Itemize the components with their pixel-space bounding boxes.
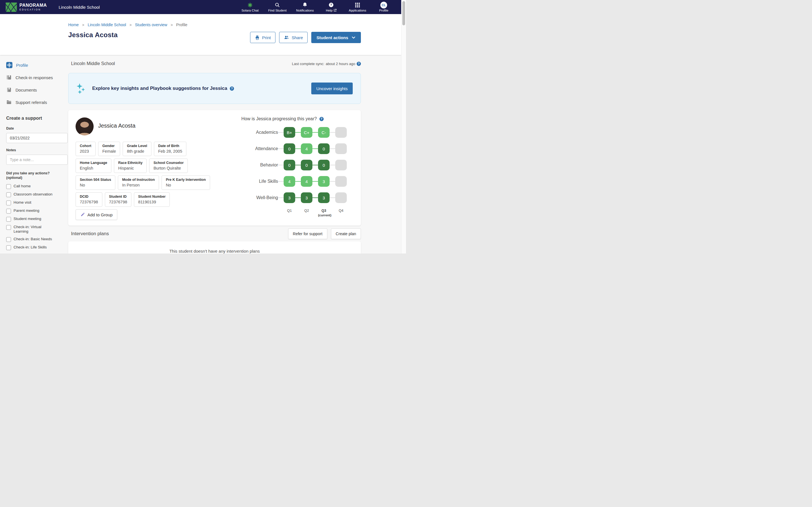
breadcrumb-item[interactable]: Home xyxy=(68,22,79,27)
app-root: PANORAMA EDUCATION Lincoln Middle School… xyxy=(0,0,406,253)
banner-help-icon[interactable]: ? xyxy=(230,87,234,91)
main-panel: Lincoln Middle School Last complete sync… xyxy=(68,55,361,253)
field-value: No xyxy=(80,183,111,187)
connector-line xyxy=(295,149,301,149)
field-value: Burton Quiralte xyxy=(153,166,184,170)
external-link-icon xyxy=(334,9,337,12)
panorama-wordmark: PANORAMA EDUCATION xyxy=(19,3,47,11)
checkbox-icon[interactable] xyxy=(6,225,11,230)
checkbox-label: Check-in: Virtual Learning xyxy=(13,225,57,234)
checkbox-icon[interactable] xyxy=(6,184,11,189)
progress-pill: C- xyxy=(318,127,329,138)
connector-line xyxy=(278,198,284,198)
breadcrumb-item[interactable]: Lincoln Middle School xyxy=(88,22,126,27)
checkbox-label: Classroom observation xyxy=(13,192,52,196)
topnav-item-find-student[interactable]: Find Student xyxy=(268,2,287,12)
progress-pill: 0 xyxy=(318,160,329,170)
current-quarter-suffix: (current) xyxy=(318,213,329,217)
checkbox-icon[interactable] xyxy=(6,245,11,250)
field-value: English xyxy=(80,166,107,170)
field-label: DCID xyxy=(80,194,98,199)
quarter-labels: Q1Q2Q3(current)Q4 xyxy=(284,209,357,217)
scrollbar-thumb[interactable] xyxy=(402,1,405,25)
action-checkbox-challenge-basic-needs[interactable]: Challenge: Basic Needs xyxy=(6,253,68,253)
checkbox-icon[interactable] xyxy=(6,237,11,242)
topbar-school-name: Lincoln Middle School xyxy=(59,5,100,10)
sync-label: Last complete sync: xyxy=(292,62,324,66)
checkbox-icon[interactable] xyxy=(6,217,11,222)
checkbox-icon[interactable] xyxy=(6,192,11,197)
sync-help-icon[interactable]: ? xyxy=(357,62,361,66)
topnav-item-profile[interactable]: CLProfile xyxy=(376,2,392,12)
print-button[interactable]: Print xyxy=(250,32,276,43)
action-checkbox-check-in-basic-needs[interactable]: Check-in: Basic Needs xyxy=(6,237,68,242)
progress-pill: 0 xyxy=(284,144,295,154)
create-plan-button[interactable]: Create plan xyxy=(331,228,361,239)
field-value: Hispanic xyxy=(118,166,142,170)
connector-line xyxy=(278,165,284,165)
sidebar-item-support-referrals[interactable]: Support referrals xyxy=(6,96,68,108)
field-school-counselor: School CounselorBurton Quiralte xyxy=(149,159,188,173)
progress-help-icon[interactable]: ? xyxy=(319,117,324,121)
connector-line xyxy=(329,165,335,165)
field-mode-of-instruction: Mode of InstructionIn Person xyxy=(118,175,159,190)
sidebar-item-check-in-responses[interactable]: Check-in responses xyxy=(6,71,68,83)
uncover-insights-button[interactable]: Uncover insights xyxy=(311,82,353,94)
field-dcid: DCID72376798 xyxy=(75,192,102,207)
field-student-id: Student ID72376798 xyxy=(105,192,132,207)
progress-row-life-skills: Life Skills443 xyxy=(241,176,357,187)
progress-row-label: Behavior xyxy=(241,163,278,168)
progress-pill: 4 xyxy=(284,176,295,187)
sidebar-item-label: Profile xyxy=(16,63,28,68)
grid-icon xyxy=(355,2,360,8)
checkbox-icon[interactable] xyxy=(6,209,11,214)
breadcrumb-item: Profile xyxy=(176,22,188,27)
connector-line xyxy=(312,132,318,133)
topnav-item-solara-chat[interactable]: Solara Chat xyxy=(241,2,259,12)
sync-value: about 2 hours ago xyxy=(326,62,355,66)
topnav-item-notifications[interactable]: Notifications xyxy=(296,2,314,12)
action-checkbox-check-in-life-skills[interactable]: Check-in: Life Skills xyxy=(6,245,68,250)
progress-pill: 0 xyxy=(284,160,295,170)
sidebar-item-profile[interactable]: Profile xyxy=(6,59,68,71)
topnav-item-help[interactable]: ?Help xyxy=(323,2,339,12)
progress-pill: 0 xyxy=(301,160,312,170)
sidebar-item-documents[interactable]: Documents xyxy=(6,83,68,96)
date-input[interactable] xyxy=(6,133,68,143)
topnav-item-applications[interactable]: Applications xyxy=(349,2,366,12)
progress-row-label: Attendance xyxy=(241,146,278,151)
content-area: ProfileCheck-in responsesDocumentsSuppor… xyxy=(0,55,401,253)
progress-row-label: Well-Being xyxy=(241,195,278,200)
interventions-empty-card: This student doesn't have any interventi… xyxy=(68,241,361,253)
checkbox-icon[interactable] xyxy=(6,201,11,205)
field-label: Date of Birth xyxy=(158,144,182,148)
sidebar-item-label: Support referrals xyxy=(15,100,47,105)
action-checkbox-student-meeting[interactable]: Student meeting xyxy=(6,217,68,222)
sidebar: ProfileCheck-in responsesDocumentsSuppor… xyxy=(0,55,68,253)
action-checkbox-parent-meeting[interactable]: Parent meeting xyxy=(6,209,68,214)
panorama-logo[interactable]: PANORAMA EDUCATION xyxy=(6,3,47,12)
progress-pill-empty xyxy=(335,160,347,170)
student-actions-button[interactable]: Student actions xyxy=(311,32,361,43)
progress-pill-empty xyxy=(335,144,347,154)
action-checkbox-call-home[interactable]: Call home xyxy=(6,184,68,189)
share-button[interactable]: Share xyxy=(279,32,308,43)
create-support-form: Create a support Date Notes Did you take… xyxy=(6,116,68,253)
field-label: Student ID xyxy=(109,194,128,199)
progress-title-label: How is Jessica progressing this year? xyxy=(241,116,317,121)
field-value: In Person xyxy=(122,183,155,187)
action-checkbox-classroom-observation[interactable]: Classroom observation xyxy=(6,192,68,197)
breadcrumb-item[interactable]: Students overview xyxy=(135,22,167,27)
progress-row-attendance: Attendance040 xyxy=(241,144,357,154)
add-to-group-button[interactable]: Add to Group xyxy=(75,209,117,220)
refer-for-support-button[interactable]: Refer for support xyxy=(288,228,327,239)
notes-input[interactable] xyxy=(6,155,68,165)
field-section-504-status: Section 504 StatusNo xyxy=(75,175,115,190)
field-label: Section 504 Status xyxy=(80,178,111,182)
action-checkbox-home-visit[interactable]: Home visit xyxy=(6,200,68,205)
progress-rows: AcademicsB+C+C-Attendance040Behavior000L… xyxy=(241,127,357,203)
page-title: Jessica Acosta xyxy=(68,31,117,39)
student-profile-card: Jessica Acosta Cohort2023GenderFemaleGra… xyxy=(68,110,361,226)
field-label: School Counselor xyxy=(153,161,184,165)
action-checkbox-check-in-virtual-learning[interactable]: Check-in: Virtual Learning xyxy=(6,225,68,234)
